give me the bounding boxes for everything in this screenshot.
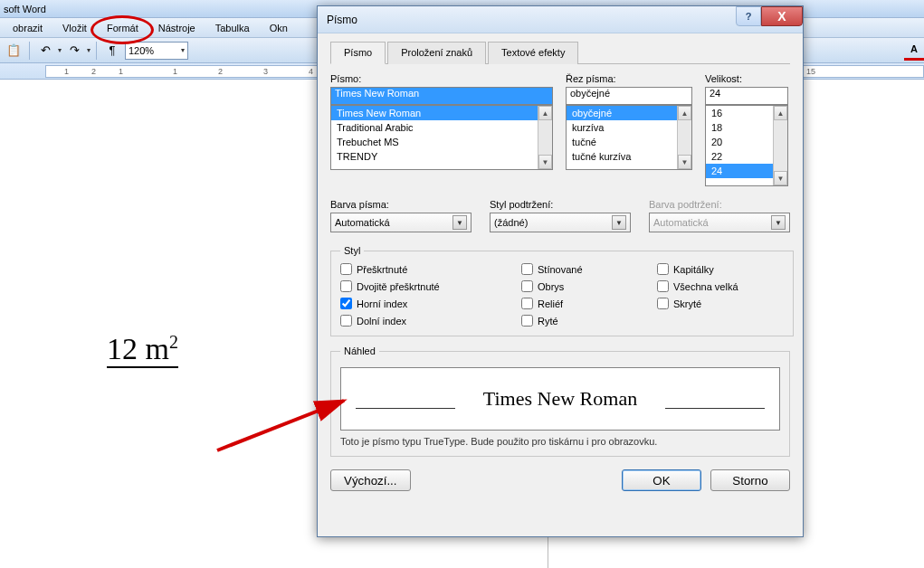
chk-dbl-strike[interactable]: Dvojitě přeškrtnuté — [340, 280, 521, 292]
font-color-combo[interactable]: Automatická ▼ — [330, 213, 472, 232]
scroll-down-icon[interactable]: ▼ — [678, 155, 691, 169]
separator — [29, 42, 30, 60]
separator — [96, 42, 97, 60]
menu-window[interactable]: Okn — [261, 20, 297, 36]
scroll-up-icon[interactable]: ▲ — [774, 106, 787, 120]
scroll-up-icon[interactable]: ▲ — [678, 106, 691, 120]
list-item[interactable]: tučné — [567, 135, 691, 149]
preview-group: Náhled Times New Roman Toto je písmo typ… — [330, 346, 790, 457]
scroll-down-icon[interactable]: ▼ — [538, 155, 552, 169]
underline-color-combo: Automatická ▼ — [649, 213, 790, 232]
list-item[interactable]: kurzíva — [567, 120, 691, 135]
chevron-down-icon: ▼ — [452, 215, 467, 230]
font-input[interactable]: Times New Roman — [330, 87, 553, 105]
label-color: Barva písma: — [330, 199, 472, 210]
tab-text-effects[interactable]: Textové efekty — [488, 42, 578, 64]
label-style: Řez písma: — [566, 73, 692, 84]
ok-button[interactable]: OK — [622, 469, 701, 491]
document-text: 12 m2 — [107, 333, 178, 368]
scrollbar[interactable]: ▲ ▼ — [538, 106, 552, 169]
list-item[interactable]: Times New Roman — [331, 106, 552, 120]
dialog-title: Písmo — [327, 14, 357, 26]
preview-box: Times New Roman — [340, 367, 780, 431]
scrollbar[interactable]: ▲ ▼ — [677, 106, 691, 169]
help-button[interactable]: ? — [736, 6, 761, 26]
preview-text: Times New Roman — [483, 387, 637, 411]
font-dialog: Písmo ? X Písmo Proložení znaků Textové … — [317, 5, 804, 537]
list-item[interactable]: Traditional Arabic — [331, 120, 552, 135]
chk-hidden[interactable]: Skryté — [657, 298, 784, 309]
size-listbox[interactable]: 16 18 20 22 24 ▲ ▼ — [705, 105, 788, 186]
cancel-button[interactable]: Storno — [710, 469, 790, 491]
menu-insert[interactable]: Vložit — [53, 20, 96, 36]
label-font: Písmo: — [330, 73, 553, 84]
undo-dropdown-icon[interactable]: ▾ — [58, 46, 62, 54]
chevron-down-icon: ▼ — [612, 215, 626, 230]
preview-legend: Náhled — [340, 346, 379, 356]
chevron-down-icon: ▼ — [771, 215, 786, 230]
close-button[interactable]: X — [761, 6, 803, 26]
zoom-input[interactable]: 120% ▾ — [125, 42, 188, 60]
list-item[interactable]: TRENDY — [331, 149, 552, 164]
label-size: Velikost: — [705, 73, 788, 84]
menu-format[interactable]: Formát — [98, 20, 148, 36]
style-group-legend: Styl — [340, 245, 364, 256]
chk-shadow[interactable]: Stínované — [521, 263, 657, 275]
tab-row: Písmo Proložení znaků Textové efekty — [330, 41, 790, 64]
tab-char-spacing[interactable]: Proložení znaků — [387, 42, 486, 64]
list-item[interactable]: Trebuchet MS — [331, 135, 552, 149]
underline-style-combo[interactable]: (žádné) ▼ — [490, 213, 631, 232]
chk-subscript[interactable]: Dolní index — [340, 315, 521, 327]
scrollbar[interactable]: ▲ ▼ — [773, 106, 787, 185]
chk-outline[interactable]: Obrys — [521, 280, 657, 292]
font-color-icon[interactable]: A — [904, 41, 924, 61]
chevron-down-icon: ▾ — [181, 46, 185, 54]
truetype-note: Toto je písmo typu TrueType. Bude použit… — [340, 436, 780, 447]
label-underline-color: Barva podtržení: — [649, 199, 790, 210]
menu-tools[interactable]: Nástroje — [149, 20, 205, 36]
style-group: Styl Přeškrtnuté Stínované Kapitálky Dvo… — [330, 245, 794, 336]
redo-dropdown-icon[interactable]: ▾ — [87, 46, 90, 54]
list-item[interactable]: tučné kurzíva — [567, 149, 691, 164]
style-listbox[interactable]: obyčejné kurzíva tučné tučné kurzíva ▲ ▼ — [566, 105, 692, 170]
list-item[interactable]: obyčejné — [567, 106, 691, 120]
undo-icon[interactable]: ↶ — [35, 41, 55, 61]
chk-emboss[interactable]: Reliéf — [521, 298, 657, 309]
zoom-value: 120% — [129, 45, 154, 56]
menu-view[interactable]: obrazit — [4, 20, 52, 36]
default-button[interactable]: Výchozí... — [330, 469, 411, 491]
paste-icon[interactable]: 📋 — [4, 41, 24, 61]
tab-font[interactable]: Písmo — [330, 42, 386, 64]
chk-allcaps[interactable]: Všechna velká — [657, 280, 784, 292]
chk-engrave[interactable]: Ryté — [521, 315, 657, 327]
dialog-titlebar[interactable]: Písmo ? X — [318, 6, 803, 33]
font-listbox[interactable]: Times New Roman Traditional Arabic Trebu… — [330, 105, 553, 170]
chk-superscript[interactable]: Horní index — [340, 298, 521, 309]
scroll-down-icon[interactable]: ▼ — [774, 171, 787, 185]
style-input[interactable]: obyčejné — [566, 87, 692, 105]
menu-table[interactable]: Tabulka — [206, 20, 259, 36]
scroll-up-icon[interactable]: ▲ — [538, 106, 552, 120]
size-input[interactable]: 24 — [705, 87, 788, 105]
redo-icon[interactable]: ↷ — [64, 41, 84, 61]
chk-smallcaps[interactable]: Kapitálky — [657, 263, 784, 275]
pilcrow-icon[interactable]: ¶ — [102, 41, 122, 61]
label-underline-style: Styl podtržení: — [490, 199, 631, 210]
chk-strike[interactable]: Přeškrtnuté — [340, 263, 521, 275]
